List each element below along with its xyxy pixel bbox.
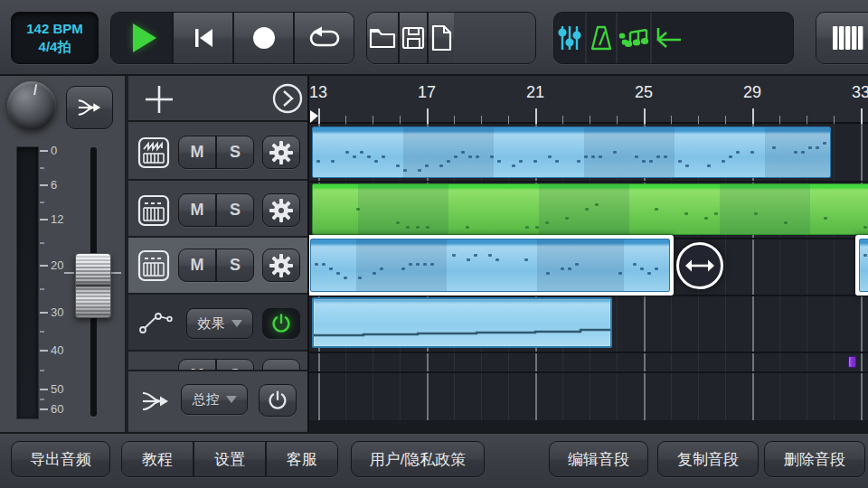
keyboard-panel-button[interactable] bbox=[816, 12, 868, 64]
dropdown-arrow-icon bbox=[231, 320, 242, 327]
daw-app: 142 BPM 4/4拍 bbox=[0, 0, 868, 488]
pattern-clip-green[interactable] bbox=[312, 183, 868, 235]
note-dot bbox=[497, 160, 501, 163]
ruler-bar-number: 17 bbox=[418, 83, 436, 102]
note-dot bbox=[584, 155, 588, 158]
delete-clip-button[interactable]: 删除音段 bbox=[764, 441, 865, 477]
automation-event-clip[interactable] bbox=[848, 356, 856, 368]
clip-section-shading bbox=[311, 239, 669, 291]
clip-section-shading bbox=[860, 239, 868, 291]
grid-minor-line bbox=[834, 124, 835, 432]
selected-clip-frame[interactable] bbox=[307, 235, 674, 296]
note-dot bbox=[380, 267, 383, 270]
tutorial-button[interactable]: 教程 bbox=[122, 442, 193, 476]
master-track-selector[interactable]: 总控 bbox=[181, 384, 248, 415]
track-row-partial[interactable]: M S bbox=[128, 352, 307, 371]
loop-button[interactable] bbox=[293, 13, 354, 63]
pattern-clip-blue[interactable] bbox=[859, 239, 868, 292]
clip-move-handle[interactable] bbox=[676, 242, 723, 289]
ruler-minor-tick bbox=[454, 116, 455, 124]
note-dot bbox=[535, 226, 539, 229]
note-dot bbox=[599, 155, 602, 158]
track-settings-button[interactable] bbox=[262, 359, 300, 371]
effect-power-button[interactable] bbox=[262, 308, 300, 339]
rewind-button[interactable] bbox=[172, 13, 232, 63]
track-row-keys-2-selected[interactable]: M S bbox=[128, 238, 307, 295]
metronome-icon bbox=[587, 23, 616, 52]
note-dot bbox=[546, 272, 550, 275]
open-folder-button[interactable] bbox=[367, 13, 398, 63]
loop-icon bbox=[307, 24, 343, 52]
pattern-clip-blue[interactable] bbox=[310, 239, 670, 292]
pattern-clip-blue[interactable] bbox=[312, 127, 831, 178]
track-row-keys-1[interactable]: M S bbox=[128, 183, 307, 238]
jump-to-start-button[interactable] bbox=[650, 13, 684, 63]
solo-button[interactable]: S bbox=[215, 249, 253, 281]
support-button[interactable]: 客服 bbox=[265, 442, 337, 476]
master-track-row[interactable]: 总控 bbox=[128, 371, 307, 430]
master-power-button[interactable] bbox=[259, 384, 297, 417]
track-settings-button[interactable] bbox=[262, 249, 300, 282]
add-track-icon[interactable] bbox=[143, 83, 175, 116]
routing-button[interactable] bbox=[66, 86, 113, 129]
pan-knob[interactable] bbox=[7, 81, 56, 130]
playhead-marker[interactable] bbox=[310, 110, 318, 123]
mute-button[interactable]: M bbox=[179, 360, 215, 371]
track-settings-button[interactable] bbox=[262, 136, 300, 169]
mute-button[interactable]: M bbox=[179, 136, 215, 168]
power-off-icon bbox=[267, 389, 288, 411]
mute-button[interactable]: M bbox=[179, 194, 215, 226]
volume-fader[interactable] bbox=[75, 253, 111, 318]
ruler-bar-number: 21 bbox=[526, 83, 544, 102]
settings-button[interactable]: 设置 bbox=[193, 442, 265, 476]
new-document-icon bbox=[429, 23, 454, 52]
play-button[interactable] bbox=[111, 13, 172, 63]
pattern-notes-button[interactable] bbox=[616, 13, 650, 63]
solo-button[interactable]: S bbox=[215, 136, 253, 168]
master-merge-icon bbox=[137, 388, 174, 415]
note-dot bbox=[403, 169, 407, 172]
effect-track-label: 效果 bbox=[198, 315, 225, 333]
export-audio-button[interactable]: 导出音频 bbox=[11, 441, 110, 477]
db-tick bbox=[40, 389, 48, 390]
note-dot bbox=[360, 151, 363, 154]
note-dot bbox=[575, 263, 579, 266]
note-dot bbox=[336, 272, 340, 275]
save-button[interactable] bbox=[398, 13, 427, 63]
track-row-synth[interactable]: M S bbox=[128, 124, 307, 181]
timeline-ruler[interactable]: 131721252933 bbox=[309, 76, 868, 124]
solo-button[interactable]: S bbox=[215, 360, 253, 371]
note-dot bbox=[316, 160, 320, 163]
note-dot bbox=[618, 272, 622, 275]
note-dot bbox=[561, 267, 564, 270]
note-dot bbox=[454, 155, 458, 158]
record-button[interactable] bbox=[232, 13, 293, 63]
ruler-major-tick bbox=[427, 108, 429, 124]
playlist-timeline[interactable]: 131721252933 bbox=[307, 76, 868, 432]
edit-clip-button[interactable]: 编辑音段 bbox=[549, 441, 648, 477]
copy-clip-button[interactable]: 复制音段 bbox=[657, 441, 759, 477]
expand-panel-icon[interactable] bbox=[271, 82, 304, 115]
db-label: 40 bbox=[51, 343, 63, 357]
note-dot bbox=[512, 164, 515, 167]
privacy-policy-button[interactable]: 用户/隐私政策 bbox=[351, 441, 485, 477]
db-tick bbox=[40, 219, 48, 221]
note-dot bbox=[396, 164, 400, 167]
mixer-button[interactable] bbox=[554, 13, 585, 63]
tempo-display[interactable]: 142 BPM 4/4拍 bbox=[11, 12, 99, 64]
mute-button[interactable]: M bbox=[179, 249, 215, 281]
keys-track-icon bbox=[137, 249, 170, 282]
track-settings-button[interactable] bbox=[262, 193, 300, 227]
ruler-bar-number: 13 bbox=[309, 83, 327, 102]
selected-clip-frame[interactable] bbox=[855, 235, 868, 296]
metronome-button[interactable] bbox=[585, 13, 616, 63]
effect-track-selector[interactable]: 效果 bbox=[186, 308, 253, 339]
track-row-automation[interactable]: 效果 bbox=[128, 295, 307, 352]
automation-clip[interactable] bbox=[312, 297, 612, 348]
note-dot bbox=[568, 267, 571, 270]
synth-track-icon bbox=[137, 136, 170, 169]
db-minor-tick bbox=[40, 370, 44, 371]
ruler-bar-number: 25 bbox=[635, 83, 653, 102]
solo-button[interactable]: S bbox=[215, 194, 253, 226]
new-project-button[interactable] bbox=[427, 13, 454, 63]
